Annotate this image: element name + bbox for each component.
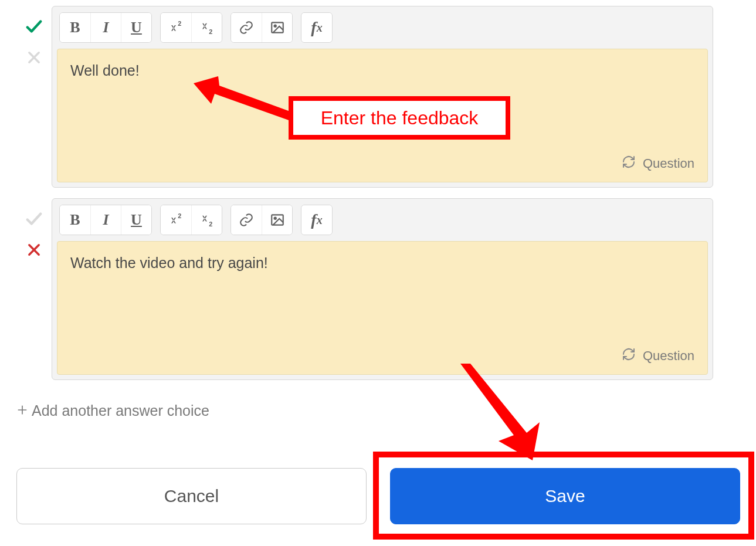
feedback-textarea-incorrect[interactable]: Watch the video and try again! Question	[57, 241, 708, 375]
plus-icon	[16, 402, 28, 419]
formula-button[interactable]: fx	[301, 13, 332, 42]
feedback-text[interactable]: Watch the video and try again!	[70, 255, 694, 272]
italic-button[interactable]: I	[90, 205, 121, 235]
formula-button[interactable]: fx	[301, 205, 332, 235]
italic-button[interactable]: I	[90, 13, 121, 42]
add-answer-choice-button[interactable]: Add another answer choice	[16, 402, 209, 419]
correct-check-icon	[24, 16, 44, 36]
feedback-editor-incorrect: B I U 2 2 fx	[52, 198, 713, 380]
incorrect-x-icon	[26, 242, 42, 258]
action-buttons: Cancel Save	[16, 468, 740, 524]
feedback-text[interactable]: Well done!	[70, 62, 694, 79]
add-answer-choice-label: Add another answer choice	[32, 402, 209, 419]
question-label: Question	[643, 348, 694, 364]
svg-point-11	[274, 218, 276, 219]
question-tag[interactable]: Question	[622, 155, 694, 172]
link-button[interactable]	[231, 205, 262, 235]
cancel-button[interactable]: Cancel	[16, 468, 367, 524]
refresh-icon	[622, 347, 636, 365]
image-button[interactable]	[262, 13, 292, 42]
bold-button[interactable]: B	[60, 13, 90, 42]
subscript-button[interactable]: 2	[191, 13, 222, 42]
subscript-button[interactable]: 2	[191, 205, 222, 235]
save-button[interactable]: Save	[390, 468, 740, 524]
superscript-button[interactable]: 2	[161, 205, 191, 235]
question-label: Question	[643, 156, 694, 171]
svg-text:2: 2	[178, 212, 181, 219]
dismiss-x-icon[interactable]	[26, 49, 42, 66]
cancel-label: Cancel	[164, 486, 219, 506]
superscript-button[interactable]: 2	[161, 13, 191, 42]
underline-button[interactable]: U	[121, 205, 151, 235]
editor-toolbar: B I U 2 2 fx	[52, 6, 713, 49]
bold-button[interactable]: B	[60, 205, 90, 235]
svg-text:2: 2	[209, 221, 212, 228]
underline-button[interactable]: U	[121, 13, 151, 42]
editor-toolbar: B I U 2 2 fx	[52, 199, 713, 241]
annotation-hint-text: Enter the feedback	[321, 107, 479, 129]
inactive-check-icon[interactable]	[24, 209, 44, 229]
question-tag[interactable]: Question	[622, 347, 694, 365]
image-button[interactable]	[262, 205, 292, 235]
svg-text:2: 2	[209, 28, 212, 35]
annotation-hint-box: Enter the feedback	[289, 96, 510, 140]
save-label: Save	[545, 486, 585, 506]
refresh-icon	[622, 155, 636, 172]
svg-point-5	[274, 25, 276, 27]
svg-text:2: 2	[178, 20, 181, 27]
link-button[interactable]	[231, 13, 262, 42]
